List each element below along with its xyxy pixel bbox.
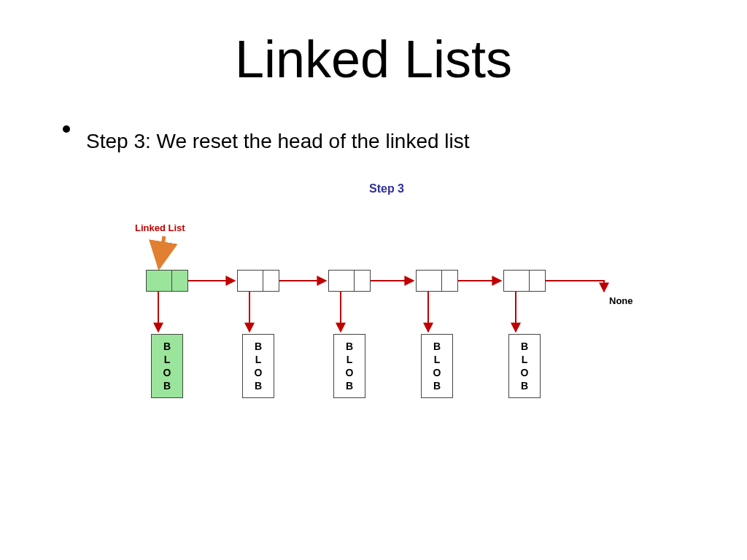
next-arrow-none <box>546 281 604 292</box>
bullet-icon <box>63 125 70 133</box>
linked-list-diagram: Step 3 Linked List <box>124 182 649 430</box>
blob-box: BLOB <box>242 334 274 398</box>
list-node <box>146 270 188 292</box>
slide: Linked Lists Step 3: We reset the head o… <box>0 0 747 560</box>
list-node <box>503 270 546 292</box>
slide-title: Linked Lists <box>0 29 747 89</box>
none-label: None <box>609 295 633 306</box>
linked-list-label: Linked List <box>135 222 185 233</box>
blob-box: BLOB <box>421 334 453 398</box>
blob-box: BLOB <box>508 334 541 398</box>
list-node <box>416 270 458 292</box>
head-pointer-arrow <box>159 236 164 268</box>
blob-box: BLOB <box>151 334 183 398</box>
step-label: Step 3 <box>124 182 649 195</box>
list-node <box>328 270 371 292</box>
blob-box: BLOB <box>333 334 365 398</box>
bullet-text: Step 3: We reset the head of the linked … <box>86 130 470 153</box>
list-node <box>237 270 279 292</box>
diagram-arrows <box>124 182 649 430</box>
